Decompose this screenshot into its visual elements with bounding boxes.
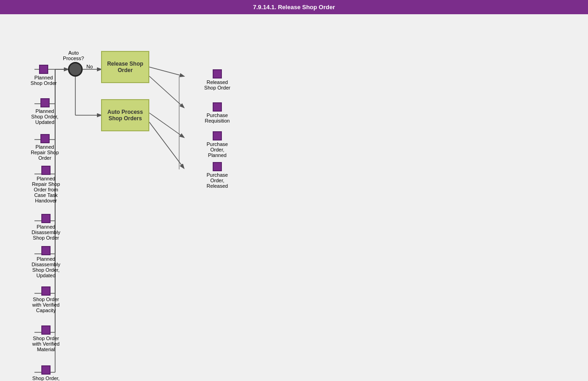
- input-planned-shop-order-updated: PlannedShop Order,Updated: [25, 98, 64, 125]
- diagram-canvas: Auto Process? No Release Shop Order Auto…: [0, 14, 588, 381]
- purchase-order-released-icon: [213, 162, 222, 171]
- planned-repair-shop-order-icon: [40, 134, 50, 143]
- gateway-circle: [68, 62, 83, 77]
- purchase-order-planned-icon: [213, 131, 222, 140]
- input-shop-order-verified-material: Shop Orderwith VerifiedMaterial: [25, 325, 67, 352]
- shop-order-verified-capacity-icon: [41, 286, 51, 296]
- input-planned-disassembly-shop-order: PlannedDisassemblyShop Order: [25, 214, 67, 241]
- released-shop-order-icon: [213, 69, 222, 78]
- planned-shop-order-1-icon: [39, 65, 48, 74]
- planned-disassembly-updated-icon: [41, 246, 51, 255]
- output-purchase-order-planned: PurchaseOrder,Planned: [197, 131, 238, 158]
- input-planned-repair-shop-order: PlannedRepair ShopOrder: [25, 134, 64, 161]
- input-planned-repair-shop-order-case: PlannedRepair ShopOrder fromCase TaskHan…: [25, 166, 67, 203]
- planned-shop-order-updated-icon: [40, 98, 50, 107]
- purchase-requisition-icon: [213, 102, 222, 112]
- page-title: 7.9.14.1. Release Shop Order: [0, 0, 588, 14]
- shop-order-scheduled-icon: [41, 365, 51, 375]
- planned-repair-case-icon: [41, 166, 51, 175]
- planned-disassembly-icon: [41, 214, 51, 223]
- output-released-shop-order: ReleasedShop Order: [197, 69, 238, 90]
- shop-order-verified-material-icon: [41, 325, 51, 335]
- input-planned-shop-order-1: PlannedShop Order: [25, 65, 62, 86]
- auto-process-shop-orders-box[interactable]: Auto Process Shop Orders: [101, 99, 149, 131]
- svg-line-21: [149, 67, 184, 76]
- input-planned-disassembly-updated: PlannedDisassemblyShop Order,Updated: [25, 246, 67, 278]
- release-shop-order-box[interactable]: Release Shop Order: [101, 51, 149, 83]
- input-shop-order-scheduled: Shop Order,Scheduled: [25, 365, 67, 381]
- gateway-label: Auto Process?: [60, 50, 87, 61]
- input-shop-order-verified-capacity: Shop Orderwith VerifiedCapacity: [25, 286, 67, 313]
- output-purchase-order-released: PurchaseOrder,Released: [197, 162, 238, 189]
- svg-line-22: [149, 76, 184, 107]
- gateway-no-label: No: [86, 64, 93, 69]
- svg-line-23: [149, 113, 184, 137]
- output-purchase-requisition: PurchaseRequisition: [197, 102, 238, 123]
- svg-line-24: [149, 122, 184, 168]
